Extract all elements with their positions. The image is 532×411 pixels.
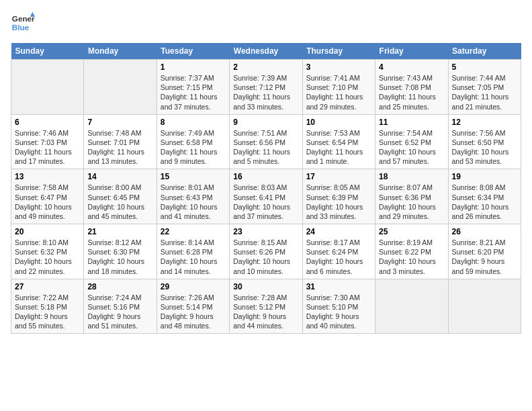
day-number: 30 — [233, 282, 298, 291]
day-cell: 5Sunrise: 7:44 AM Sunset: 7:05 PM Daylig… — [448, 60, 521, 115]
day-info: Sunrise: 8:08 AM Sunset: 6:34 PM Dayligh… — [452, 183, 517, 221]
day-info: Sunrise: 7:22 AM Sunset: 5:18 PM Dayligh… — [15, 293, 80, 331]
day-info: Sunrise: 8:05 AM Sunset: 6:39 PM Dayligh… — [306, 183, 371, 221]
day-number: 19 — [452, 172, 517, 181]
day-number: 9 — [233, 118, 298, 127]
day-cell: 1Sunrise: 7:37 AM Sunset: 7:15 PM Daylig… — [157, 60, 229, 115]
day-cell: 24Sunrise: 8:17 AM Sunset: 6:24 PM Dayli… — [302, 224, 375, 279]
day-info: Sunrise: 7:24 AM Sunset: 5:16 PM Dayligh… — [87, 293, 152, 331]
day-info: Sunrise: 8:21 AM Sunset: 6:20 PM Dayligh… — [452, 238, 517, 276]
day-cell: 26Sunrise: 8:21 AM Sunset: 6:20 PM Dayli… — [448, 224, 521, 279]
day-number: 17 — [306, 172, 371, 181]
day-number: 28 — [87, 282, 152, 291]
day-info: Sunrise: 8:03 AM Sunset: 6:41 PM Dayligh… — [233, 183, 298, 221]
day-number: 15 — [161, 172, 226, 181]
day-cell: 30Sunrise: 7:28 AM Sunset: 5:12 PM Dayli… — [230, 279, 302, 334]
day-number: 5 — [452, 62, 517, 72]
day-cell: 21Sunrise: 8:12 AM Sunset: 6:30 PM Dayli… — [84, 224, 157, 279]
day-number: 29 — [161, 282, 226, 291]
day-number: 26 — [452, 227, 517, 236]
logo: General Blue — [11, 11, 35, 35]
day-cell: 12Sunrise: 7:56 AM Sunset: 6:50 PM Dayli… — [448, 114, 521, 169]
day-cell: 9Sunrise: 7:51 AM Sunset: 6:56 PM Daylig… — [230, 114, 302, 169]
day-cell: 11Sunrise: 7:54 AM Sunset: 6:52 PM Dayli… — [375, 114, 448, 169]
col-header-wednesday: Wednesday — [230, 43, 302, 60]
day-cell: 27Sunrise: 7:22 AM Sunset: 5:18 PM Dayli… — [11, 279, 84, 334]
day-info: Sunrise: 8:19 AM Sunset: 6:22 PM Dayligh… — [379, 238, 444, 276]
day-cell: 17Sunrise: 8:05 AM Sunset: 6:39 PM Dayli… — [302, 169, 375, 224]
day-number: 22 — [161, 227, 226, 236]
day-info: Sunrise: 7:44 AM Sunset: 7:05 PM Dayligh… — [452, 73, 517, 111]
day-cell: 3Sunrise: 7:41 AM Sunset: 7:10 PM Daylig… — [302, 60, 375, 115]
day-cell: 6Sunrise: 7:46 AM Sunset: 7:03 PM Daylig… — [11, 114, 84, 169]
day-cell: 20Sunrise: 8:10 AM Sunset: 6:32 PM Dayli… — [11, 224, 84, 279]
day-cell — [11, 60, 84, 115]
day-info: Sunrise: 7:26 AM Sunset: 5:14 PM Dayligh… — [161, 293, 226, 331]
day-number: 24 — [306, 227, 371, 236]
day-cell: 14Sunrise: 8:00 AM Sunset: 6:45 PM Dayli… — [84, 169, 157, 224]
day-info: Sunrise: 8:17 AM Sunset: 6:24 PM Dayligh… — [306, 238, 371, 276]
day-info: Sunrise: 8:01 AM Sunset: 6:43 PM Dayligh… — [161, 183, 226, 221]
col-header-sunday: Sunday — [11, 43, 84, 60]
day-info: Sunrise: 7:48 AM Sunset: 7:01 PM Dayligh… — [87, 128, 152, 167]
day-info: Sunrise: 8:07 AM Sunset: 6:36 PM Dayligh… — [379, 183, 444, 221]
day-cell: 19Sunrise: 8:08 AM Sunset: 6:34 PM Dayli… — [448, 169, 521, 224]
col-header-saturday: Saturday — [448, 43, 521, 60]
day-cell: 2Sunrise: 7:39 AM Sunset: 7:12 PM Daylig… — [230, 60, 302, 115]
day-cell: 22Sunrise: 8:14 AM Sunset: 6:28 PM Dayli… — [157, 224, 229, 279]
day-number: 21 — [87, 227, 152, 236]
day-info: Sunrise: 7:41 AM Sunset: 7:10 PM Dayligh… — [306, 73, 371, 111]
day-number: 27 — [15, 282, 80, 291]
logo-icon: General Blue — [11, 11, 35, 35]
day-cell — [375, 279, 448, 334]
header-row: SundayMondayTuesdayWednesdayThursdayFrid… — [11, 43, 521, 60]
day-cell: 8Sunrise: 7:49 AM Sunset: 6:58 PM Daylig… — [157, 114, 229, 169]
day-cell: 23Sunrise: 8:15 AM Sunset: 6:26 PM Dayli… — [230, 224, 302, 279]
day-cell: 15Sunrise: 8:01 AM Sunset: 6:43 PM Dayli… — [157, 169, 229, 224]
day-number: 11 — [379, 118, 444, 127]
day-number: 6 — [15, 118, 80, 127]
week-row-4: 20Sunrise: 8:10 AM Sunset: 6:32 PM Dayli… — [11, 224, 521, 279]
week-row-5: 27Sunrise: 7:22 AM Sunset: 5:18 PM Dayli… — [11, 279, 521, 334]
col-header-monday: Monday — [84, 43, 157, 60]
day-cell — [84, 60, 157, 115]
day-number: 20 — [15, 227, 80, 236]
day-number: 14 — [87, 172, 152, 181]
day-info: Sunrise: 7:58 AM Sunset: 6:47 PM Dayligh… — [15, 183, 80, 221]
day-info: Sunrise: 7:28 AM Sunset: 5:12 PM Dayligh… — [233, 293, 298, 331]
day-number: 1 — [161, 62, 226, 72]
day-cell: 13Sunrise: 7:58 AM Sunset: 6:47 PM Dayli… — [11, 169, 84, 224]
day-info: Sunrise: 8:12 AM Sunset: 6:30 PM Dayligh… — [87, 238, 152, 276]
calendar-body: 1Sunrise: 7:37 AM Sunset: 7:15 PM Daylig… — [11, 60, 521, 334]
day-cell: 29Sunrise: 7:26 AM Sunset: 5:14 PM Dayli… — [157, 279, 229, 334]
calendar-header: SundayMondayTuesdayWednesdayThursdayFrid… — [11, 43, 521, 60]
day-info: Sunrise: 7:53 AM Sunset: 6:54 PM Dayligh… — [306, 128, 371, 167]
day-info: Sunrise: 7:49 AM Sunset: 6:58 PM Dayligh… — [161, 128, 226, 167]
day-number: 18 — [379, 172, 444, 181]
day-info: Sunrise: 7:46 AM Sunset: 7:03 PM Dayligh… — [15, 128, 80, 167]
day-info: Sunrise: 8:00 AM Sunset: 6:45 PM Dayligh… — [87, 183, 152, 221]
calendar-table: SundayMondayTuesdayWednesdayThursdayFrid… — [11, 43, 521, 334]
day-cell: 7Sunrise: 7:48 AM Sunset: 7:01 PM Daylig… — [84, 114, 157, 169]
week-row-2: 6Sunrise: 7:46 AM Sunset: 7:03 PM Daylig… — [11, 114, 521, 169]
col-header-thursday: Thursday — [302, 43, 375, 60]
day-cell: 31Sunrise: 7:30 AM Sunset: 5:10 PM Dayli… — [302, 279, 375, 334]
svg-text:Blue: Blue — [12, 23, 30, 32]
col-header-friday: Friday — [375, 43, 448, 60]
day-number: 8 — [161, 118, 226, 127]
day-cell: 25Sunrise: 8:19 AM Sunset: 6:22 PM Dayli… — [375, 224, 448, 279]
day-cell: 10Sunrise: 7:53 AM Sunset: 6:54 PM Dayli… — [302, 114, 375, 169]
day-number: 3 — [306, 62, 371, 72]
day-cell: 18Sunrise: 8:07 AM Sunset: 6:36 PM Dayli… — [375, 169, 448, 224]
day-info: Sunrise: 8:14 AM Sunset: 6:28 PM Dayligh… — [161, 238, 226, 276]
day-number: 10 — [306, 118, 371, 127]
week-row-3: 13Sunrise: 7:58 AM Sunset: 6:47 PM Dayli… — [11, 169, 521, 224]
week-row-1: 1Sunrise: 7:37 AM Sunset: 7:15 PM Daylig… — [11, 60, 521, 115]
day-number: 31 — [306, 282, 371, 291]
day-info: Sunrise: 7:51 AM Sunset: 6:56 PM Dayligh… — [233, 128, 298, 167]
day-number: 2 — [233, 62, 298, 72]
day-info: Sunrise: 7:56 AM Sunset: 6:50 PM Dayligh… — [452, 128, 517, 167]
day-number: 16 — [233, 172, 298, 181]
day-info: Sunrise: 7:37 AM Sunset: 7:15 PM Dayligh… — [161, 73, 226, 111]
day-info: Sunrise: 7:43 AM Sunset: 7:08 PM Dayligh… — [379, 73, 444, 111]
